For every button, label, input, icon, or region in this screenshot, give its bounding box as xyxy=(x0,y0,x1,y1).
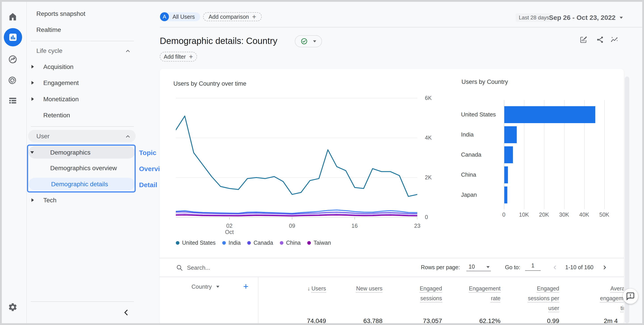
sidebar-item-acquisition[interactable]: Acquisition xyxy=(43,63,74,71)
rows-per-page-label: Rows per page: xyxy=(421,264,460,270)
bar-label-united-states: United States xyxy=(461,111,496,118)
column-header-engagement-rate[interactable]: Engagement rate xyxy=(462,284,500,303)
plus-icon: + xyxy=(189,54,193,59)
sidebar-item-reports-snapshot[interactable]: Reports snapshot xyxy=(36,10,85,18)
chevron-up-icon[interactable] xyxy=(125,134,131,140)
line-chart-title: Users by Country over time xyxy=(174,80,246,87)
sidebar-item-engagement[interactable]: Engagement xyxy=(43,79,79,87)
expand-arrow-icon[interactable] xyxy=(32,97,34,101)
dimension-column-header[interactable]: Country xyxy=(192,283,219,290)
legend-item-canada[interactable]: Canada xyxy=(247,240,273,246)
goto-label: Go to: xyxy=(505,264,520,270)
sidebar-collapse-icon[interactable] xyxy=(122,309,130,317)
add-filter-button[interactable]: Add filter + xyxy=(160,52,197,62)
add-comparison-label: Add comparison xyxy=(209,14,249,20)
sidebar-section-life-cycle[interactable]: Life cycle xyxy=(36,47,62,55)
bar-label-india: India xyxy=(461,131,474,138)
legend-dot xyxy=(280,241,284,245)
goto-page-input[interactable] xyxy=(525,260,541,271)
x-tick-09: 09 xyxy=(284,222,300,229)
sidebar-item-monetization[interactable]: Monetization xyxy=(43,95,79,103)
library-icon[interactable] xyxy=(8,96,18,106)
caret-down-icon xyxy=(620,17,623,19)
x-tick-oct: Oct xyxy=(222,229,237,235)
bar-x-tick-10k: 10K xyxy=(517,212,531,218)
legend-dot xyxy=(222,241,226,245)
total-new-users: 63,788 xyxy=(338,318,382,324)
column-header-average-engagement-time[interactable]: Average engagement time xyxy=(594,284,624,313)
date-preset-label: Last 28 days xyxy=(519,14,549,21)
caret-down-icon xyxy=(216,286,219,288)
table-metrics-area: ↓Users New users Engaged sessions Engage… xyxy=(258,277,624,325)
pagination-range: 1-10 of 160 xyxy=(565,264,594,270)
bar-label-japan: Japan xyxy=(461,192,477,198)
column-header-engaged-sessions[interactable]: Engaged sessions xyxy=(410,284,442,303)
check-circle-icon xyxy=(300,38,308,45)
column-header-new-users[interactable]: New users xyxy=(338,284,382,293)
expand-arrow-icon[interactable] xyxy=(32,65,34,68)
expand-arrow-icon[interactable] xyxy=(32,81,34,84)
legend-item-india[interactable]: India xyxy=(222,240,240,246)
dimension-column-label: Country xyxy=(192,283,212,290)
rows-per-page-select[interactable]: 10 xyxy=(466,260,491,271)
share-icon[interactable] xyxy=(596,36,604,44)
previous-page-icon[interactable]: ‹ xyxy=(554,262,556,271)
bar-label-canada: Canada xyxy=(461,151,481,158)
bar-x-tick-40k: 40K xyxy=(578,212,591,218)
column-header-users[interactable]: ↓Users xyxy=(288,284,326,293)
reports-nav-active[interactable] xyxy=(4,28,22,46)
topbar-divider xyxy=(160,27,644,28)
home-icon[interactable] xyxy=(8,12,18,22)
bar-chart[interactable] xyxy=(504,100,616,210)
sidebar-divider xyxy=(31,41,134,41)
segment-chip-all-users[interactable]: A All Users xyxy=(160,12,200,21)
sidebar-item-realtime[interactable]: Realtime xyxy=(36,26,61,34)
expand-arrow-icon[interactable] xyxy=(32,198,34,202)
sidebar-section-user[interactable]: User xyxy=(36,132,50,140)
column-header-engaged-sessions-per-user[interactable]: Engaged sessions per user xyxy=(520,284,559,313)
next-page-icon[interactable]: › xyxy=(603,262,606,271)
total-engagement-rate: 62.12% xyxy=(456,318,500,324)
bar-x-tick-20k: 20K xyxy=(537,212,551,218)
rows-per-page-value: 10 xyxy=(468,264,475,270)
x-tick-16: 16 xyxy=(347,222,362,229)
explore-icon[interactable] xyxy=(8,54,18,64)
add-comparison-button[interactable]: Add comparison + xyxy=(203,12,262,21)
y-tick-2k: 2K xyxy=(425,174,432,181)
line-chart-legend: United States India Canada China Taiwan xyxy=(176,240,331,246)
x-tick-02: 02 xyxy=(222,222,237,229)
vertical-scrollbar[interactable] xyxy=(625,76,629,323)
sidebar-divider xyxy=(31,301,134,302)
y-tick-6k: 6K xyxy=(425,95,432,101)
y-tick-0: 0 xyxy=(425,214,428,220)
feedback-bubble-icon xyxy=(626,292,635,300)
sidebar-item-tech[interactable]: Tech xyxy=(43,196,56,204)
legend-item-china[interactable]: China xyxy=(280,240,300,246)
chevron-up-icon[interactable] xyxy=(125,48,131,55)
date-preset-chip: Last 28 days xyxy=(516,14,552,22)
settings-gear-icon[interactable] xyxy=(8,302,18,312)
avatar: A xyxy=(160,12,169,21)
search-icon xyxy=(176,264,183,272)
bar-x-tick-0: 0 xyxy=(497,212,510,218)
date-range-selector[interactable]: Sep 26 - Oct 23, 2022 xyxy=(549,14,623,22)
add-dimension-button[interactable]: + xyxy=(243,282,248,292)
legend-item-taiwan[interactable]: Taiwan xyxy=(307,240,331,246)
advertising-icon[interactable] xyxy=(8,76,18,86)
line-chart[interactable] xyxy=(176,96,417,222)
plus-icon: + xyxy=(252,14,256,19)
bar-chart-title: Users by Country xyxy=(462,78,508,86)
sidebar-item-retention[interactable]: Retention xyxy=(43,111,70,119)
legend-label: Canada xyxy=(254,240,273,246)
report-status-dropdown[interactable] xyxy=(295,35,322,47)
sort-desc-icon: ↓ xyxy=(307,284,310,293)
search-input[interactable] xyxy=(187,263,321,272)
customize-report-icon[interactable] xyxy=(579,36,587,44)
feedback-button[interactable] xyxy=(623,289,638,304)
legend-dot xyxy=(307,241,311,245)
legend-label: India xyxy=(228,240,240,246)
total-users: 74,049 xyxy=(282,318,326,324)
insights-icon[interactable] xyxy=(610,36,618,44)
legend-item-united-states[interactable]: United States xyxy=(176,240,216,246)
table-top-divider xyxy=(160,258,624,258)
